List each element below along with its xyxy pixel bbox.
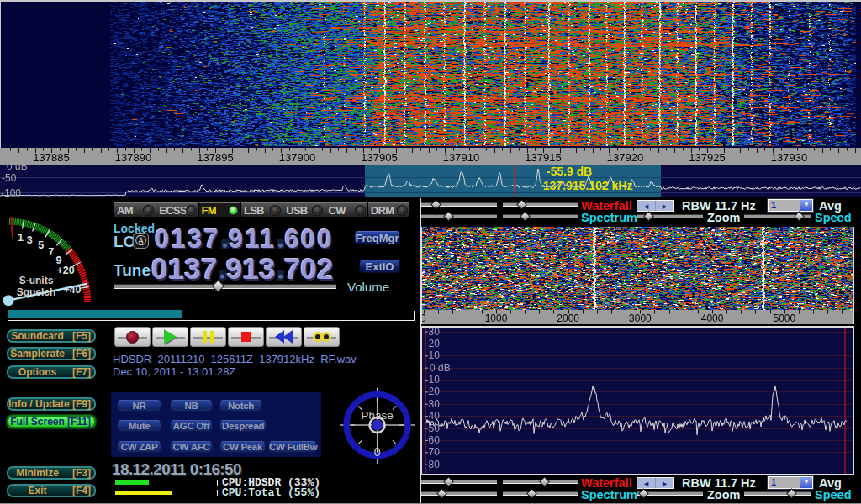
svg-text:Phase: Phase — [361, 409, 393, 422]
svg-text:S-units: S-units — [19, 275, 54, 286]
svg-text:5: 5 — [38, 239, 44, 251]
svg-text:7: 7 — [48, 246, 54, 258]
svg-text:1: 1 — [18, 232, 24, 244]
svg-text:0: 0 — [374, 445, 381, 459]
svg-text:Squelch: Squelch — [17, 286, 56, 298]
svg-text:+20: +20 — [56, 265, 74, 276]
svg-text:3: 3 — [27, 234, 33, 246]
